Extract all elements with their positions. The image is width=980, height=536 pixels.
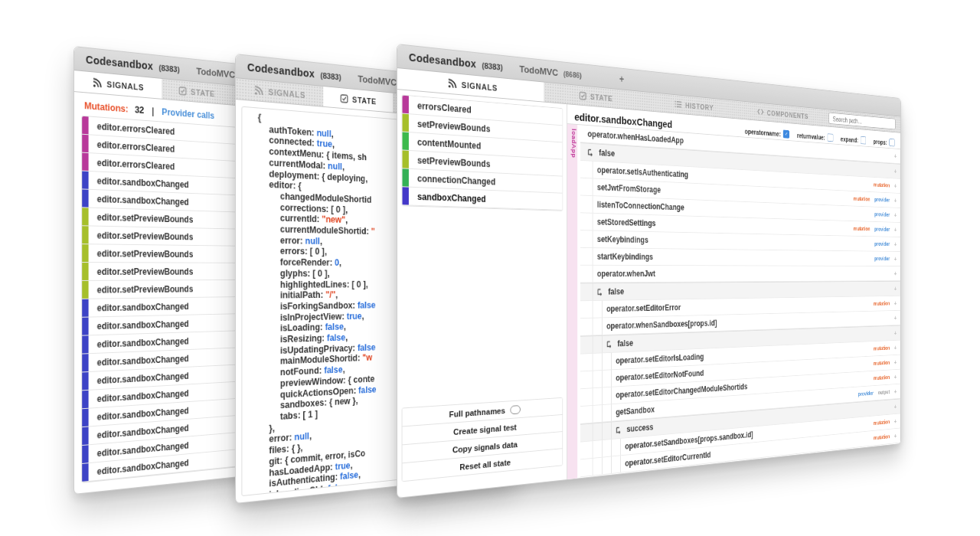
provider-badge: provider [874,226,890,232]
app-tab-codesandbox[interactable]: Codesandbox (8383) [86,53,180,76]
loadapp-group-strip[interactable]: loadApp [567,124,577,479]
expand-plus-icon[interactable]: + [894,358,897,365]
action-name: operator.setEditorNotFound [616,368,704,383]
state-key: , [339,258,341,268]
signal-name: editor.setPreviewBounds [89,266,194,277]
expand-plus-icon[interactable]: + [894,285,897,292]
signal-color-bar [82,391,88,408]
signal-name: editor.errorsCleared [89,157,175,172]
signal-color-bar [82,281,88,299]
state-key: , [332,129,334,139]
state-value: false [325,322,344,332]
signals-sidebar: errorsClearedsetPreviewBoundscontentMoun… [397,90,567,498]
state-key: , [342,162,345,172]
expand-plus-icon[interactable]: + [894,432,897,440]
row-badges: + [894,270,900,276]
option-checkbox[interactable] [828,133,834,142]
state-key: , [351,460,353,470]
expand-plus-icon[interactable]: + [894,417,897,424]
state-key: currentId: [280,213,322,224]
state-icon [579,91,586,100]
rss-icon [93,77,102,88]
app-tab-codesandbox[interactable]: Codesandbox (8383) [247,60,341,83]
signal-color-bar [402,96,408,114]
signal-color-bar [402,168,408,186]
branch-path-icon [606,340,613,348]
signal-color-bar [402,114,408,132]
state-key: tabs: [ 1 ] [280,409,318,422]
row-badges: + [894,403,900,410]
new-app-tab-button[interactable]: + [619,74,624,85]
flow-option-returnvalue: returnvalue: [797,131,833,142]
option-checkbox[interactable] [861,136,866,145]
state-icon [340,93,348,103]
expand-plus-icon[interactable]: + [894,255,897,262]
provider-badge: provider [874,197,890,204]
row-badges: mutationprovider+ [854,225,900,234]
row-badges: mutation+ [874,432,900,442]
branch-path-label: false [599,148,615,159]
expand-plus-icon[interactable]: + [894,299,897,306]
state-value: true [335,460,351,472]
state-key: , [346,482,348,492]
expand-plus-icon[interactable]: + [894,270,897,276]
state-value: false [328,482,346,494]
state-value: false [358,384,377,395]
expand-plus-icon[interactable]: + [894,373,897,380]
expand-plus-icon[interactable]: + [894,387,897,394]
rss-icon [448,78,457,89]
expand-plus-icon[interactable]: + [894,314,897,321]
signal-name: editor.sandboxChanged [89,301,189,313]
provider-calls-link[interactable]: Provider calls [162,106,214,121]
flow-action-row[interactable]: operator.whenJwt+ [580,266,900,283]
signal-history-list: errorsClearedsetPreviewBoundscontentMoun… [402,95,564,211]
expand-plus-icon[interactable]: + [894,152,897,159]
signal-flow-panel: editor.sandboxChanged operatorname:✓retu… [567,104,900,479]
action-name: setJwtFromStorage [597,182,661,194]
signal-color-bar [82,463,88,482]
state-key: , [345,332,348,342]
app-tab-codesandbox[interactable]: Codesandbox (8383) [409,51,503,74]
expand-plus-icon[interactable]: + [894,344,897,351]
row-badges: provider+ [874,255,900,262]
signal-name: sandboxChanged [409,191,486,204]
expand-plus-icon[interactable]: + [894,211,897,218]
expand-plus-icon[interactable]: + [894,403,897,410]
row-badges: mutation+ [874,417,900,427]
state-key: , [343,364,345,374]
flow-action-row[interactable]: startKeybindingsprovider+ [580,248,900,266]
action-name: operator.setEditorIsLoading [616,352,704,366]
state-key: highlightedLines: [ 0 ], [280,279,368,290]
mutation-badge: mutation [874,345,890,351]
expand-plus-icon[interactable]: + [894,168,897,175]
row-badges: mutation+ [874,299,900,307]
expand-plus-icon[interactable]: + [894,226,897,233]
expand-plus-icon[interactable]: + [894,197,897,204]
expand-plus-icon[interactable]: + [894,182,897,189]
state-key: { [258,112,261,123]
app-tab-todomvc[interactable]: TodoMVC (8686) [519,62,581,81]
option-checkbox[interactable] [889,139,894,147]
rss-icon [254,85,263,96]
state-value: null [305,236,320,247]
option-label: expand: [841,135,858,143]
option-checkbox[interactable]: ✓ [783,130,789,139]
row-badges: + [894,285,900,292]
expand-plus-icon[interactable]: + [894,329,897,336]
state-key: , [309,431,312,442]
state-icon [178,86,186,95]
provider-badge: provider [874,241,890,247]
row-badges: + [894,152,900,160]
state-string: "w [362,353,372,364]
action-name: setKeybindings [597,234,648,245]
full-pathnames-toggle[interactable] [511,405,521,414]
state-key: , [320,236,322,246]
row-badges: + [894,314,900,321]
signal-flow-tree: operator.whenHasLoadedApp+ false+operato… [580,125,900,478]
signal-color-bar [82,208,88,225]
state-key: , [358,469,361,479]
sidebar-actions: Full pathnamesCreate signal testCopy sig… [402,397,564,482]
signal-name: editor.setPreviewBounds [89,211,194,224]
state-value: null [294,431,309,443]
expand-plus-icon[interactable]: + [894,240,897,247]
